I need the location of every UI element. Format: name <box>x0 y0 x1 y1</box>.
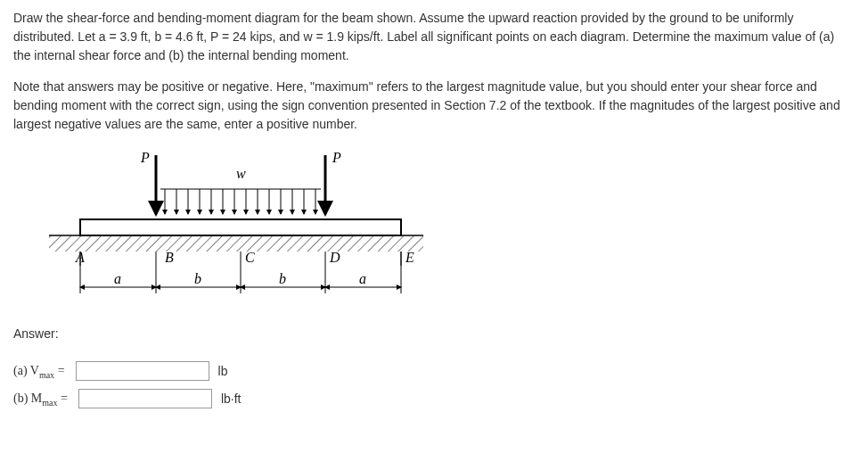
label-B: B <box>165 250 174 265</box>
problem-paragraph-1: Draw the shear-force and bending-moment … <box>13 9 855 65</box>
mmax-row: (b) Mmax = lb·ft <box>13 389 855 409</box>
problem-paragraph-2: Note that answers may be positive or neg… <box>13 78 855 134</box>
vmax-row: (a) Vmax = lb <box>13 361 855 382</box>
svg-rect-3 <box>80 219 401 235</box>
mmax-input[interactable] <box>78 389 212 408</box>
beam-diagram: P P w A B C D <box>49 146 423 307</box>
label-w: w <box>236 166 246 181</box>
svg-rect-1 <box>49 235 423 251</box>
label-E: E <box>405 250 414 265</box>
dim-a1: a <box>114 271 121 286</box>
label-P-right: P <box>332 150 341 165</box>
label-P-left: P <box>140 150 150 165</box>
dim-b2: b <box>279 271 286 286</box>
label-C: C <box>245 250 255 265</box>
vmax-input[interactable] <box>76 361 209 381</box>
vmax-unit: lb <box>218 362 228 381</box>
answer-heading: Answer: <box>13 325 855 343</box>
mmax-label: (b) Mmax = <box>13 389 68 409</box>
dim-b1: b <box>194 271 201 286</box>
mmax-unit: lb·ft <box>221 390 242 408</box>
dim-a2: a <box>359 271 366 286</box>
label-D: D <box>329 250 340 265</box>
vmax-label: (a) Vmax = <box>13 361 65 382</box>
